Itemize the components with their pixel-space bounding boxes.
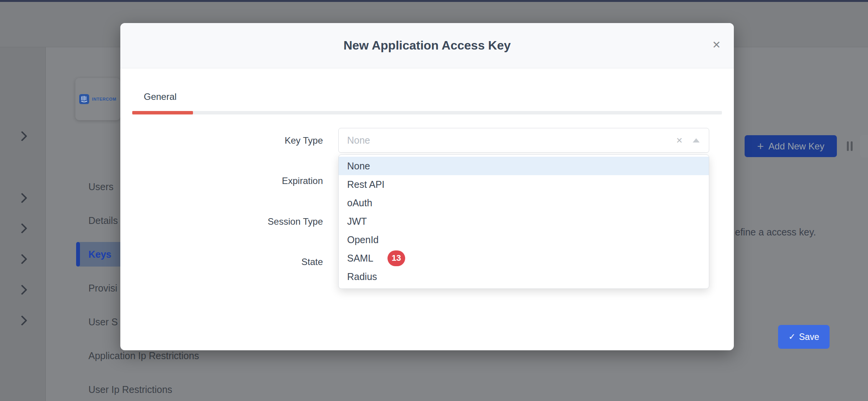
modal-title: New Application Access Key: [343, 38, 510, 53]
save-label: Save: [799, 332, 819, 342]
saml-count-badge: 13: [387, 250, 405, 266]
save-button[interactable]: ✓ Save: [778, 325, 830, 349]
add-new-key-label: Add New Key: [768, 141, 824, 152]
option-label: Rest API: [347, 175, 384, 194]
option-label: None: [347, 157, 370, 175]
tab-active-underline: [132, 111, 193, 114]
key-type-dropdown: None Rest API oAuth JWT OpenId SAML 13 R…: [338, 154, 709, 289]
access-key-hint-text: efine a access key.: [735, 227, 816, 238]
add-new-key-button[interactable]: + Add New Key: [745, 135, 837, 157]
caret-up-icon[interactable]: [693, 138, 700, 143]
sidebar-item-application-ip-restrictions[interactable]: Application Ip Restrictions: [88, 349, 199, 362]
sidebar-item-provisioning[interactable]: Provisi: [88, 282, 117, 295]
option-label: oAuth: [347, 194, 372, 212]
dropdown-option-jwt[interactable]: JWT: [339, 212, 709, 230]
option-label: SAML: [347, 249, 373, 267]
checkmark-icon: ✓: [788, 333, 795, 341]
sidebar-item-details[interactable]: Details: [88, 214, 118, 227]
session-type-label: Session Type: [132, 215, 323, 228]
key-type-select-value: None: [347, 135, 676, 146]
active-nav-indicator: [76, 242, 80, 267]
dropdown-option-oauth[interactable]: oAuth: [339, 194, 709, 212]
intercom-logo-text: INTERCOM: [92, 97, 116, 101]
sidebar-item-keys[interactable]: Keys: [88, 248, 111, 261]
key-type-label: Key Type: [132, 134, 323, 147]
intercom-logo-card: INTERCOM: [75, 78, 120, 120]
new-access-key-modal: New Application Access Key ✕ General Key…: [120, 23, 734, 350]
clipped-side-button[interactable]: [860, 135, 868, 157]
state-label: State: [132, 256, 323, 268]
dropdown-option-radius[interactable]: Radius: [339, 267, 709, 286]
expiration-label: Expiration: [132, 175, 323, 187]
sidebar-item-user-ip-restrictions[interactable]: User Ip Restrictions: [88, 383, 172, 396]
close-icon[interactable]: ✕: [712, 40, 721, 50]
dropdown-option-rest-api[interactable]: Rest API: [339, 175, 709, 194]
page: INTERCOM Users Details Keys Provisi User…: [0, 0, 868, 401]
key-type-select[interactable]: None ✕: [338, 128, 709, 153]
clear-icon[interactable]: ✕: [676, 136, 683, 145]
intercom-icon: [79, 94, 89, 104]
tab-progress-track: [132, 111, 722, 114]
column-divider-icon[interactable]: [847, 141, 853, 151]
dropdown-option-saml[interactable]: SAML 13: [339, 249, 709, 267]
tab-general[interactable]: General: [144, 91, 176, 102]
option-label: OpenId: [347, 230, 379, 249]
dropdown-option-none[interactable]: None: [339, 157, 709, 175]
option-label: JWT: [347, 212, 367, 230]
plus-icon: +: [757, 141, 764, 152]
modal-header: New Application Access Key ✕: [120, 23, 734, 68]
sidebar-item-users[interactable]: Users: [88, 180, 113, 193]
dropdown-option-openid[interactable]: OpenId: [339, 230, 709, 249]
option-label: Radius: [347, 267, 377, 286]
sidebar-item-user-sessions[interactable]: User S: [88, 315, 118, 328]
